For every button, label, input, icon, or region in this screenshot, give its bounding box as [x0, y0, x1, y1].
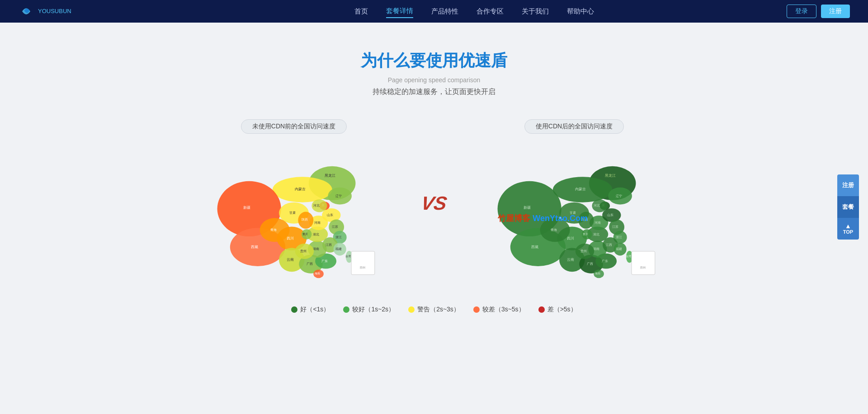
- svg-text:广东: 广东: [321, 259, 328, 263]
- float-top-label: TOP: [843, 229, 853, 235]
- svg-text:海南: 海南: [595, 272, 600, 275]
- svg-text:云南: 云南: [287, 258, 294, 262]
- legend-dot-good: [343, 306, 349, 313]
- svg-text:西藏: 西藏: [251, 245, 258, 249]
- svg-text:海南: 海南: [315, 272, 320, 275]
- after-cdn-label: 使用CDN后的全国访问速度: [524, 119, 624, 134]
- legend: 好（<1s） 较好（1s~2s） 警告（2s~3s） 较差（3s~5s） 差（>…: [0, 306, 868, 314]
- float-package-button[interactable]: 套餐: [837, 196, 859, 218]
- svg-text:福建: 福建: [335, 247, 342, 250]
- svg-text:西藏: 西藏: [531, 245, 538, 249]
- navbar-actions: 登录 注册: [787, 5, 850, 18]
- before-cdn-label: 未使用CDN前的全国访问速度: [241, 119, 347, 134]
- nav-features[interactable]: 产品特性: [431, 5, 458, 18]
- svg-rect-52: [351, 251, 375, 275]
- legend-label-bad: 差（>5s）: [547, 306, 577, 314]
- nav-help[interactable]: 帮助中心: [567, 5, 594, 18]
- navbar-nav: 首页 套餐详情 产品特性 合作专区 关于我们 帮助中心: [99, 5, 850, 18]
- svg-text:台湾: 台湾: [345, 254, 351, 258]
- login-button[interactable]: 登录: [787, 5, 816, 18]
- svg-text:图例: 图例: [360, 266, 365, 269]
- legend-item-excellent: 好（<1s）: [291, 306, 330, 314]
- vs-divider: VS: [405, 193, 463, 214]
- svg-text:广西: 广西: [307, 262, 313, 265]
- svg-text:云南: 云南: [567, 258, 574, 262]
- svg-text:山东: 山东: [607, 213, 613, 216]
- svg-text:江苏: 江苏: [332, 225, 338, 228]
- before-cdn-map: 黑龙江 内蒙古 新疆 西藏 甘肃 四川: [208, 143, 380, 287]
- nav-package[interactable]: 套餐详情: [386, 5, 413, 18]
- legend-dot-bad: [538, 306, 545, 313]
- svg-text:台湾: 台湾: [626, 254, 631, 258]
- svg-text:浙江: 浙江: [616, 235, 622, 239]
- svg-text:河南: 河南: [594, 221, 601, 224]
- before-cdn-panel: 未使用CDN前的全国访问速度 黑龙江 内蒙古 新疆 西藏: [181, 119, 407, 287]
- after-map-svg: 黑龙江 内蒙古 新疆 西藏 甘肃 四川: [488, 143, 660, 287]
- svg-text:河北: 河北: [313, 204, 320, 207]
- navbar: YOUSUBUN 首页 套餐详情 产品特性 合作专区 关于我们 帮助中心 登录 …: [0, 0, 868, 23]
- svg-text:新疆: 新疆: [243, 205, 250, 210]
- svg-text:黑龙江: 黑龙江: [605, 174, 616, 178]
- float-register-button[interactable]: 注册: [837, 174, 859, 196]
- svg-text:陕西: 陕西: [302, 218, 308, 221]
- nav-partner[interactable]: 合作专区: [476, 5, 504, 18]
- legend-label-good: 较好（1s~2s）: [352, 306, 395, 314]
- svg-text:湖北: 湖北: [313, 233, 319, 236]
- svg-rect-106: [632, 251, 655, 275]
- svg-text:新疆: 新疆: [524, 205, 531, 210]
- svg-text:内蒙古: 内蒙古: [295, 187, 306, 191]
- svg-text:贵州: 贵州: [580, 249, 587, 253]
- logo[interactable]: YOUSUBUN: [18, 3, 71, 19]
- nav-about[interactable]: 关于我们: [522, 5, 549, 18]
- svg-text:青海: 青海: [270, 228, 277, 231]
- svg-text:青海: 青海: [551, 228, 557, 231]
- svg-text:甘肃: 甘肃: [570, 211, 576, 215]
- svg-text:山东: 山东: [327, 213, 333, 216]
- svg-text:四川: 四川: [567, 236, 574, 240]
- legend-item-warning: 警告（2s~3s）: [408, 306, 460, 314]
- svg-text:甘肃: 甘肃: [289, 211, 296, 215]
- legend-dot-warning: [408, 306, 415, 313]
- svg-text:四川: 四川: [287, 236, 294, 240]
- svg-text:辽宁: 辽宁: [616, 194, 622, 198]
- after-cdn-panel: 使用CDN后的全国访问速度 黑龙江 内蒙古 新疆 西藏: [461, 119, 687, 287]
- float-top-button[interactable]: ▲ TOP: [837, 218, 859, 240]
- subtitle-en: Page opening speed comparison: [0, 76, 868, 84]
- legend-item-good: 较好（1s~2s）: [343, 306, 395, 314]
- top-arrow-icon: ▲: [845, 223, 851, 229]
- svg-text:湖北: 湖北: [593, 233, 599, 236]
- svg-text:黑龙江: 黑龙江: [325, 174, 335, 178]
- nav-home[interactable]: 首页: [354, 5, 368, 18]
- main-content: 为什么要使用优速盾 Page opening speed comparison …: [0, 23, 868, 350]
- svg-text:贵州: 贵州: [300, 249, 307, 253]
- svg-text:陕西: 陕西: [582, 218, 588, 221]
- logo-icon: [18, 3, 34, 19]
- legend-item-bad: 差（>5s）: [538, 306, 577, 314]
- svg-text:江西: 江西: [326, 243, 332, 246]
- svg-text:河北: 河北: [594, 204, 600, 207]
- legend-label-poor: 较差（3s~5s）: [482, 306, 525, 314]
- subtitle-zh: 持续稳定的加速服务，让页面更快开启: [0, 87, 868, 97]
- logo-text: YOUSUBUN: [38, 8, 71, 15]
- float-buttons: 注册 套餐 ▲ TOP: [837, 174, 859, 240]
- svg-text:江苏: 江苏: [612, 225, 618, 228]
- section-title: 为什么要使用优速盾: [0, 50, 868, 72]
- legend-label-warning: 警告（2s~3s）: [417, 306, 460, 314]
- after-cdn-map: 黑龙江 内蒙古 新疆 西藏 甘肃 四川: [488, 143, 660, 287]
- svg-text:福建: 福建: [616, 247, 622, 250]
- svg-text:浙江: 浙江: [335, 235, 342, 239]
- svg-text:湖南: 湖南: [593, 247, 599, 250]
- legend-dot-poor: [473, 306, 480, 313]
- svg-text:重庆: 重庆: [583, 232, 588, 235]
- svg-text:江西: 江西: [606, 243, 612, 246]
- svg-text:河南: 河南: [314, 221, 321, 224]
- legend-label-excellent: 好（<1s）: [300, 306, 330, 314]
- legend-dot-excellent: [291, 306, 297, 313]
- svg-text:内蒙古: 内蒙古: [575, 187, 586, 191]
- legend-item-poor: 较差（3s~5s）: [473, 306, 525, 314]
- svg-text:重庆: 重庆: [302, 232, 308, 235]
- comparison-area: 未使用CDN前的全国访问速度 黑龙江 内蒙古 新疆 西藏: [118, 119, 750, 287]
- register-nav-button[interactable]: 注册: [821, 5, 850, 18]
- svg-text:广西: 广西: [587, 262, 593, 265]
- svg-text:湖南: 湖南: [313, 247, 319, 250]
